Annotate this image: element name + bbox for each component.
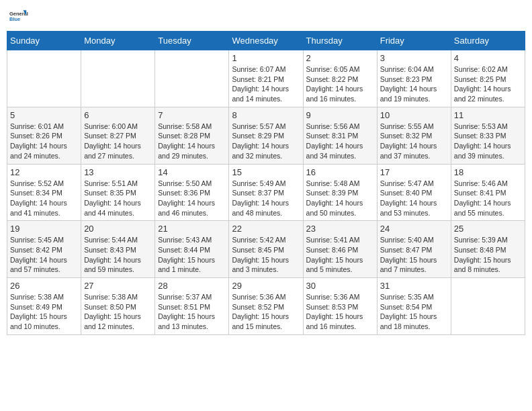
calendar-cell: 16Sunrise: 5:48 AMSunset: 8:39 PMDayligh…: [303, 164, 377, 221]
calendar-week-3: 12Sunrise: 5:52 AMSunset: 8:34 PMDayligh…: [7, 164, 525, 221]
calendar-cell: 23Sunrise: 5:41 AMSunset: 8:46 PMDayligh…: [303, 221, 377, 278]
calendar-cell: 27Sunrise: 5:38 AMSunset: 8:50 PMDayligh…: [81, 278, 155, 335]
day-info: Sunrise: 5:57 AMSunset: 8:29 PMDaylight:…: [232, 122, 300, 161]
weekday-header-thursday: Thursday: [303, 32, 377, 50]
calendar-week-4: 19Sunrise: 5:45 AMSunset: 8:42 PMDayligh…: [7, 221, 525, 278]
calendar-cell: 3Sunrise: 6:04 AMSunset: 8:23 PMDaylight…: [377, 50, 451, 107]
day-info: Sunrise: 5:35 AMSunset: 8:54 PMDaylight:…: [380, 292, 448, 332]
calendar-cell: [155, 50, 229, 107]
calendar-cell: [7, 50, 81, 107]
weekday-header-monday: Monday: [81, 32, 155, 50]
day-number: 15: [232, 167, 300, 177]
day-info: Sunrise: 5:42 AMSunset: 8:45 PMDaylight:…: [232, 235, 300, 275]
weekday-header-tuesday: Tuesday: [155, 32, 229, 50]
weekday-header-friday: Friday: [377, 32, 451, 50]
calendar-header: SundayMondayTuesdayWednesdayThursdayFrid…: [7, 32, 525, 50]
day-number: 21: [158, 224, 226, 234]
calendar-cell: 25Sunrise: 5:39 AMSunset: 8:48 PMDayligh…: [451, 221, 525, 278]
day-number: 5: [10, 110, 78, 120]
day-number: 19: [10, 224, 78, 234]
day-info: Sunrise: 5:56 AMSunset: 8:31 PMDaylight:…: [306, 122, 374, 161]
calendar-cell: 24Sunrise: 5:40 AMSunset: 8:47 PMDayligh…: [377, 221, 451, 278]
day-number: 12: [10, 167, 78, 177]
day-number: 14: [158, 167, 226, 177]
day-info: Sunrise: 5:51 AMSunset: 8:35 PMDaylight:…: [84, 179, 152, 218]
day-info: Sunrise: 6:01 AMSunset: 8:26 PMDaylight:…: [10, 122, 78, 161]
calendar-cell: 12Sunrise: 5:52 AMSunset: 8:34 PMDayligh…: [7, 164, 81, 221]
calendar-cell: 2Sunrise: 6:05 AMSunset: 8:22 PMDaylight…: [303, 50, 377, 107]
calendar-cell: 10Sunrise: 5:55 AMSunset: 8:32 PMDayligh…: [377, 107, 451, 164]
day-info: Sunrise: 5:39 AMSunset: 8:48 PMDaylight:…: [454, 235, 522, 275]
day-info: Sunrise: 5:36 AMSunset: 8:53 PMDaylight:…: [306, 292, 374, 332]
weekday-header-saturday: Saturday: [451, 32, 525, 50]
day-info: Sunrise: 5:45 AMSunset: 8:42 PMDaylight:…: [10, 235, 78, 275]
weekday-header-sunday: Sunday: [7, 32, 81, 50]
day-number: 26: [10, 281, 78, 291]
calendar-cell: 29Sunrise: 5:36 AMSunset: 8:52 PMDayligh…: [229, 278, 303, 335]
calendar-cell: 31Sunrise: 5:35 AMSunset: 8:54 PMDayligh…: [377, 278, 451, 335]
logo: GeneralBlue: [9, 7, 28, 26]
day-number: 11: [454, 110, 522, 120]
day-number: 25: [454, 224, 522, 234]
day-info: Sunrise: 5:41 AMSunset: 8:46 PMDaylight:…: [306, 235, 374, 275]
day-info: Sunrise: 6:02 AMSunset: 8:25 PMDaylight:…: [454, 64, 522, 104]
day-info: Sunrise: 5:53 AMSunset: 8:33 PMDaylight:…: [454, 122, 522, 161]
day-number: 27: [84, 281, 152, 291]
day-info: Sunrise: 5:47 AMSunset: 8:40 PMDaylight:…: [380, 179, 448, 218]
day-number: 29: [232, 281, 300, 291]
day-number: 20: [84, 224, 152, 234]
calendar-cell: 17Sunrise: 5:47 AMSunset: 8:40 PMDayligh…: [377, 164, 451, 221]
day-number: 31: [380, 281, 448, 291]
calendar-cell: 4Sunrise: 6:02 AMSunset: 8:25 PMDaylight…: [451, 50, 525, 107]
day-number: 18: [454, 167, 522, 177]
calendar-cell: 5Sunrise: 6:01 AMSunset: 8:26 PMDaylight…: [7, 107, 81, 164]
calendar-cell: 28Sunrise: 5:37 AMSunset: 8:51 PMDayligh…: [155, 278, 229, 335]
day-info: Sunrise: 6:07 AMSunset: 8:21 PMDaylight:…: [232, 64, 300, 104]
calendar-cell: 13Sunrise: 5:51 AMSunset: 8:35 PMDayligh…: [81, 164, 155, 221]
calendar-cell: 1Sunrise: 6:07 AMSunset: 8:21 PMDaylight…: [229, 50, 303, 107]
calendar-cell: 6Sunrise: 6:00 AMSunset: 8:27 PMDaylight…: [81, 107, 155, 164]
day-number: 28: [158, 281, 226, 291]
day-number: 6: [84, 110, 152, 120]
day-info: Sunrise: 5:36 AMSunset: 8:52 PMDaylight:…: [232, 292, 300, 332]
calendar-week-2: 5Sunrise: 6:01 AMSunset: 8:26 PMDaylight…: [7, 107, 525, 164]
calendar-cell: 7Sunrise: 5:58 AMSunset: 8:28 PMDaylight…: [155, 107, 229, 164]
day-info: Sunrise: 5:43 AMSunset: 8:44 PMDaylight:…: [158, 235, 226, 275]
calendar-cell: 9Sunrise: 5:56 AMSunset: 8:31 PMDaylight…: [303, 107, 377, 164]
day-info: Sunrise: 5:46 AMSunset: 8:41 PMDaylight:…: [454, 179, 522, 218]
calendar-week-5: 26Sunrise: 5:38 AMSunset: 8:49 PMDayligh…: [7, 278, 525, 335]
calendar-cell: 11Sunrise: 5:53 AMSunset: 8:33 PMDayligh…: [451, 107, 525, 164]
day-info: Sunrise: 5:44 AMSunset: 8:43 PMDaylight:…: [84, 235, 152, 275]
page-header: GeneralBlue: [7, 7, 525, 26]
calendar-cell: [451, 278, 525, 335]
logo-icon: GeneralBlue: [9, 7, 28, 26]
day-number: 22: [232, 224, 300, 234]
calendar-cell: 15Sunrise: 5:49 AMSunset: 8:37 PMDayligh…: [229, 164, 303, 221]
day-info: Sunrise: 6:04 AMSunset: 8:23 PMDaylight:…: [380, 64, 448, 104]
calendar-table: SundayMondayTuesdayWednesdayThursdayFrid…: [7, 31, 525, 335]
day-info: Sunrise: 5:40 AMSunset: 8:47 PMDaylight:…: [380, 235, 448, 275]
day-info: Sunrise: 6:05 AMSunset: 8:22 PMDaylight:…: [306, 64, 374, 104]
day-number: 2: [306, 53, 374, 63]
calendar-body: 1Sunrise: 6:07 AMSunset: 8:21 PMDaylight…: [7, 50, 525, 335]
day-number: 30: [306, 281, 374, 291]
calendar-cell: 22Sunrise: 5:42 AMSunset: 8:45 PMDayligh…: [229, 221, 303, 278]
day-info: Sunrise: 5:55 AMSunset: 8:32 PMDaylight:…: [380, 122, 448, 161]
day-number: 16: [306, 167, 374, 177]
svg-text:Blue: Blue: [9, 16, 20, 22]
day-info: Sunrise: 5:50 AMSunset: 8:36 PMDaylight:…: [158, 179, 226, 218]
day-number: 23: [306, 224, 374, 234]
day-info: Sunrise: 6:00 AMSunset: 8:27 PMDaylight:…: [84, 122, 152, 161]
day-number: 8: [232, 110, 300, 120]
calendar-cell: [81, 50, 155, 107]
calendar-cell: 19Sunrise: 5:45 AMSunset: 8:42 PMDayligh…: [7, 221, 81, 278]
day-info: Sunrise: 5:38 AMSunset: 8:49 PMDaylight:…: [10, 292, 78, 332]
calendar-cell: 18Sunrise: 5:46 AMSunset: 8:41 PMDayligh…: [451, 164, 525, 221]
calendar-cell: 8Sunrise: 5:57 AMSunset: 8:29 PMDaylight…: [229, 107, 303, 164]
day-info: Sunrise: 5:52 AMSunset: 8:34 PMDaylight:…: [10, 179, 78, 218]
calendar-cell: 14Sunrise: 5:50 AMSunset: 8:36 PMDayligh…: [155, 164, 229, 221]
day-number: 3: [380, 53, 448, 63]
weekday-header-wednesday: Wednesday: [229, 32, 303, 50]
calendar-cell: 21Sunrise: 5:43 AMSunset: 8:44 PMDayligh…: [155, 221, 229, 278]
day-number: 9: [306, 110, 374, 120]
